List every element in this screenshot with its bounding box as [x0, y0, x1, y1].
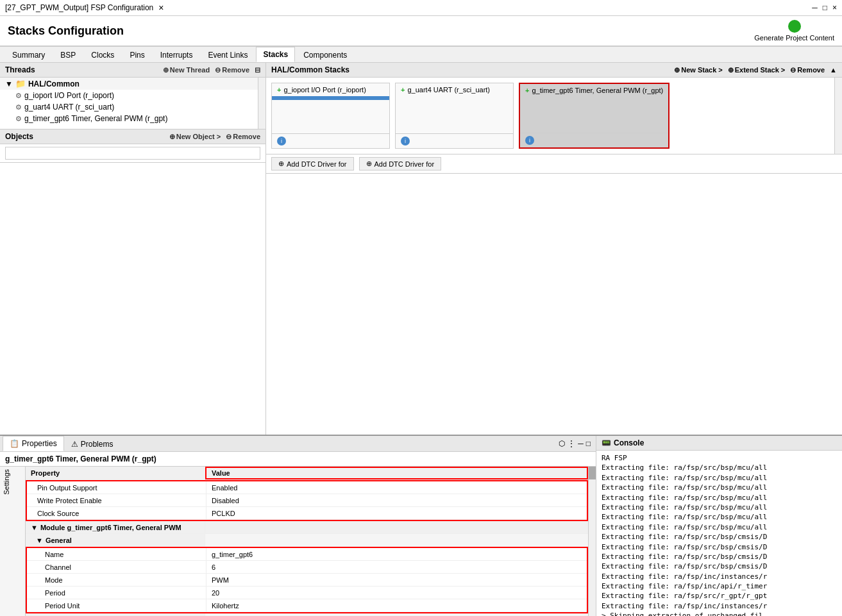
gear-icon: ⚙ [15, 92, 22, 100]
prop-row-name: Name g_timer_gpt6 [27, 548, 587, 561]
prop-val-name[interactable]: g_timer_gpt6 [206, 548, 587, 560]
add-dtc-btn-1[interactable]: ⊕ Add DTC Driver for [271, 157, 354, 171]
threads-scrollbar[interactable] [258, 78, 265, 129]
console-icon: 📟 [602, 438, 611, 447]
tab-label: [27_GPT_PWM_Output] FSP Configuration [5, 3, 153, 12]
prop-row-mode: Mode PWM [27, 574, 587, 587]
stacks-scrollbar[interactable] [834, 78, 842, 154]
remove-stack-icon: ⊖ [790, 66, 796, 74]
props-minimize-icon[interactable]: ─ [578, 439, 584, 448]
prop-row-period: Period 20 [27, 587, 587, 599]
add-dtc-btn-2[interactable]: ⊕ Add DTC Driver for [359, 157, 442, 171]
hal-actions: ⊕ New Stack > ⊕ Extend Stack > ⊖ Remove … [674, 66, 837, 74]
prop-name-mode: Mode [27, 574, 206, 586]
app-title: Stacks Configuration [8, 24, 124, 38]
prop-val-write-protect[interactable]: Disabled [206, 494, 587, 506]
close-tab-button[interactable]: × [158, 3, 164, 13]
remove-thread-icon: ⊖ [215, 66, 221, 74]
console-line-10: Extracting file: ra/fsp/src/bsp/cmsis/D [602, 562, 837, 571]
stack-card-ioport-bottom: i [272, 133, 389, 148]
problems-tab-icon: ⚠ [71, 440, 78, 449]
prop-col-value: Value [205, 467, 588, 479]
prop-row-period-unit: Period Unit Kilohertz [27, 599, 587, 612]
stack-card-gpt-bottom: i [520, 133, 668, 147]
props-settings-label: Settings [0, 467, 26, 616]
tab-bsp[interactable]: BSP [53, 47, 83, 62]
tree-item-gpt[interactable]: ⚙ g_timer_gpt6 Timer, General PWM (r_gpt… [0, 113, 265, 124]
tree-item-hal-common[interactable]: ▼ 📁 HAL/Common [0, 78, 265, 90]
tab-interrupts[interactable]: Interrupts [153, 47, 200, 62]
threads-header: Threads ⊕ New Thread ⊖ Remove ⊟ [0, 63, 265, 78]
extend-stack-icon: ⊕ [728, 66, 734, 74]
new-object-button[interactable]: ⊕ New Object > [169, 133, 221, 141]
stack-card-uart[interactable]: + g_uart4 UART (r_sci_uart) i [395, 83, 514, 149]
new-thread-icon: ⊕ [163, 66, 169, 74]
console-line-2: Extracting file: ra/fsp/src/bsp/mcu/all [602, 483, 837, 492]
stack-card-ioport-title: + g_ioport I/O Port (r_ioport) [272, 83, 389, 96]
minimize-icon[interactable]: ─ [812, 3, 818, 12]
console-line-0: Extracting file: ra/fsp/src/bsp/mcu/all [602, 463, 837, 472]
prop-val-clock-source[interactable]: PCLKD [206, 507, 587, 519]
info-icon[interactable]: i [277, 137, 286, 146]
prop-val-channel[interactable]: 6 [206, 561, 587, 573]
tab-pins[interactable]: Pins [122, 47, 151, 62]
console-line-3: Extracting file: ra/fsp/src/bsp/mcu/all [602, 493, 837, 503]
info-icon[interactable]: i [401, 137, 410, 146]
props-scroll-thumb[interactable] [589, 467, 596, 479]
tab-stacks[interactable]: Stacks [256, 47, 295, 62]
tab-clocks[interactable]: Clocks [84, 47, 121, 62]
folder-icon: 📁 [15, 79, 26, 88]
props-title: g_timer_gpt6 Timer, General PWM (r_gpt) [0, 452, 596, 467]
console-panel: 📟 Console RA FSP Extracting file: ra/fsp… [596, 436, 842, 616]
tab-event-links[interactable]: Event Links [201, 47, 255, 62]
props-icon-1[interactable]: ⬡ [559, 439, 565, 448]
new-stack-icon: ⊕ [674, 66, 680, 74]
prop-val-mode[interactable]: PWM [206, 574, 587, 586]
remove-object-button[interactable]: ⊖ Remove [226, 133, 260, 141]
console-line-13: Extracting file: ra/fsp/src/r_gpt/r_gpt [602, 591, 837, 601]
props-scrollbar[interactable] [588, 467, 596, 616]
prop-row-pin-output: Pin Output Support Enabled [27, 481, 587, 494]
tab-problems[interactable]: ⚠ Problems [64, 436, 121, 451]
console-line-12: Extracting file: ra/fsp/inc/api/r_timer [602, 581, 837, 591]
props-icon-2[interactable]: ⋮ [568, 439, 575, 448]
tab-summary[interactable]: Summary [5, 47, 52, 62]
console-title: Console [614, 438, 644, 447]
tree-item-ioport[interactable]: ⚙ g_ioport I/O Port (r_ioport) [0, 90, 265, 101]
extend-stack-button[interactable]: ⊕ Extend Stack > [728, 66, 786, 74]
expand-icon[interactable]: ⊟ [255, 66, 260, 74]
add-dtc-icon-1: ⊕ [278, 160, 284, 168]
prop-val-pin-output[interactable]: Enabled [206, 481, 587, 494]
hal-scrollbar-up[interactable]: ▲ [830, 66, 837, 74]
tree-item-uart[interactable]: ⚙ g_uart4 UART (r_sci_uart) [0, 101, 265, 113]
maximize-icon[interactable]: □ [823, 3, 827, 12]
new-stack-button[interactable]: ⊕ New Stack > [674, 66, 723, 74]
props-maximize-icon[interactable]: □ [586, 439, 591, 448]
prop-val-module [205, 521, 588, 533]
props-tabs: 📋 Properties ⚠ Problems ⬡ ⋮ ─ □ [0, 436, 596, 452]
console-line-8: Extracting file: ra/fsp/src/bsp/cmsis/D [602, 542, 837, 552]
remove-stack-button[interactable]: ⊖ Remove [790, 66, 825, 74]
chevron-down-icon: ▼ [5, 79, 13, 88]
tab-properties[interactable]: 📋 Properties [3, 436, 64, 451]
info-icon[interactable]: i [525, 136, 534, 145]
dtc-buttons: ⊕ Add DTC Driver for ⊕ Add DTC Driver fo… [266, 154, 842, 174]
stack-card-ioport[interactable]: + g_ioport I/O Port (r_ioport) i [271, 83, 390, 149]
prop-col-name: Property [26, 467, 205, 479]
stack-card-gpt[interactable]: + g_timer_gpt6 Timer, General PWM (r_gpt… [519, 83, 669, 149]
console-line-5: Extracting file: ra/fsp/src/bsp/mcu/all [602, 512, 837, 522]
close-window-icon[interactable]: × [832, 3, 837, 12]
new-thread-button[interactable]: ⊕ New Thread [163, 66, 210, 74]
generate-project-content-button[interactable]: Generate Project Content [754, 20, 834, 42]
prop-group-top: Pin Output Support Enabled Write Protect… [26, 480, 588, 521]
objects-search-input[interactable] [5, 147, 260, 160]
prop-val-period[interactable]: 20 [206, 587, 587, 599]
tab-components[interactable]: Components [296, 47, 354, 62]
remove-thread-button[interactable]: ⊖ Remove [215, 66, 249, 74]
prop-val-period-unit[interactable]: Kilohertz [206, 599, 587, 612]
console-line-9: Extracting file: ra/fsp/src/bsp/cmsis/D [602, 552, 837, 562]
stack-card-uart-bottom: i [396, 133, 513, 148]
console-subtitle: RA FSP [602, 453, 837, 463]
remove-object-icon: ⊖ [226, 133, 232, 141]
hal-panel: HAL/Common Stacks ⊕ New Stack > ⊕ Extend… [266, 63, 842, 435]
